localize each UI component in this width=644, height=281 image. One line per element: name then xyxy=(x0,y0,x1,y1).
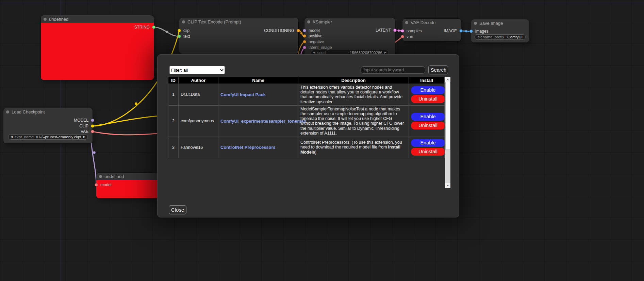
link-midpoint-dot xyxy=(166,31,168,33)
node-header[interactable]: Load Checkpoint xyxy=(3,108,93,116)
extensions-table: ID Author Name Description Install 1 Dr.… xyxy=(168,77,445,158)
widget-value: v1-5-pruned-emaonly.ckpt xyxy=(36,135,81,139)
slot-dot-icon xyxy=(401,29,404,33)
node-clip-text-encode[interactable]: CLIP Text Encode (Prompt) clip text COND… xyxy=(179,18,298,54)
collapse-dot-icon[interactable] xyxy=(6,110,9,113)
node-ksampler[interactable]: KSampler model positive negative latent_… xyxy=(304,18,395,56)
uninstall-button[interactable]: Uninstall xyxy=(411,95,445,103)
cell-author: Fannovel16 xyxy=(179,137,218,158)
enable-button[interactable]: Enable xyxy=(411,139,445,147)
output-slot-conditioning[interactable]: CONDITIONING xyxy=(264,28,300,33)
cell-id: 3 xyxy=(168,137,179,158)
enable-button[interactable]: Enable xyxy=(411,113,445,121)
output-slot-string[interactable]: STRING xyxy=(134,25,155,30)
enable-button[interactable]: Enable xyxy=(411,86,445,94)
slot-dot-icon xyxy=(297,29,300,32)
slot-dot-icon xyxy=(178,29,181,32)
input-slot-latent-image[interactable]: latent_image xyxy=(303,45,332,50)
output-slot-model[interactable]: MODEL xyxy=(74,118,94,123)
slot-label: samples xyxy=(407,29,422,33)
slot-dot-icon xyxy=(178,35,181,38)
node-save-image[interactable]: Save Image images filename_prefix ComfyU… xyxy=(471,19,529,42)
slot-label: negative xyxy=(309,39,324,44)
collapse-dot-icon[interactable] xyxy=(474,22,477,25)
slot-label: CONDITIONING xyxy=(264,28,294,33)
node-undefined-top[interactable]: undefined STRING xyxy=(41,15,154,80)
search-button[interactable]: Search xyxy=(428,65,448,74)
output-slot-vae[interactable]: VAE xyxy=(81,129,94,134)
node-header[interactable]: undefined xyxy=(41,15,154,23)
custom-nodes-manager-dialog: Filter: all Search ID Author Name Descri… xyxy=(157,54,459,217)
input-slot-vae[interactable]: vae xyxy=(401,34,413,39)
widget-label: ckpt_name xyxy=(15,135,34,139)
collapse-dot-icon[interactable] xyxy=(99,175,102,178)
slot-label: IMAGE xyxy=(444,29,457,33)
node-header[interactable]: KSampler xyxy=(304,18,395,25)
table-scrollbar[interactable]: ▲ ▼ xyxy=(445,77,450,188)
uninstall-button[interactable]: Uninstall xyxy=(411,148,445,156)
output-slot-image[interactable]: IMAGE xyxy=(444,29,463,33)
close-button[interactable]: Close xyxy=(169,205,186,214)
filename-prefix-widget[interactable]: filename_prefix ComfyUI xyxy=(475,34,526,40)
input-slot-text[interactable]: text xyxy=(178,34,190,39)
link-midpoint-dot xyxy=(398,30,400,32)
widget-label: filename_prefix xyxy=(478,35,504,39)
scrollbar-thumb[interactable] xyxy=(445,82,450,150)
node-title: Save Image xyxy=(479,21,503,26)
cell-id: 2 xyxy=(168,105,179,137)
output-slot-latent[interactable]: LATENT xyxy=(376,28,397,33)
input-slot-negative[interactable]: negative xyxy=(303,39,324,44)
cell-install: Enable Uninstall xyxy=(409,105,445,137)
node-title: KSampler xyxy=(313,19,332,24)
input-slot-positive[interactable]: positive xyxy=(303,34,323,38)
link-midpoint-dot xyxy=(135,102,137,105)
extension-link[interactable]: ComfyUI_experiments/sampler_tonemap xyxy=(220,119,306,124)
previous-arrow-icon[interactable]: ◀ xyxy=(11,134,13,140)
cell-description: ControlNet Preprocessors. (To use this e… xyxy=(298,137,409,158)
node-load-checkpoint[interactable]: Load Checkpoint MODEL CLIP VAE ◀ ckpt_na… xyxy=(3,108,93,143)
scroll-up-icon[interactable]: ▲ xyxy=(445,77,450,82)
node-title: Load Checkpoint xyxy=(12,109,45,115)
next-arrow-icon[interactable]: ▶ xyxy=(83,134,85,140)
cell-author: Dr.Lt.Data xyxy=(179,84,218,106)
input-slot-model[interactable]: model xyxy=(303,28,320,33)
input-slot-clip[interactable]: clip xyxy=(178,28,189,33)
node-vae-decode[interactable]: VAE Decode samples vae IMAGE xyxy=(402,19,461,41)
collapse-dot-icon[interactable] xyxy=(405,21,408,24)
search-input[interactable] xyxy=(361,66,425,74)
slot-label: positive xyxy=(309,34,323,38)
ckpt-name-widget[interactable]: ◀ ckpt_name v1-5-pruned-emaonly.ckpt ▶ xyxy=(8,134,88,140)
extension-row: 2 comfyanonymous ComfyUI_experiments/sam… xyxy=(168,105,445,137)
node-header[interactable]: Save Image xyxy=(471,19,529,27)
scroll-down-icon[interactable]: ▼ xyxy=(445,183,450,188)
slot-dot-icon xyxy=(459,29,463,33)
node-header[interactable]: VAE Decode xyxy=(402,19,461,26)
header-name: Name xyxy=(218,77,298,84)
node-graph-canvas[interactable]: undefined STRING CLIP Text Encode (Promp… xyxy=(0,0,644,281)
input-slot-samples[interactable]: samples xyxy=(401,29,422,33)
collapse-dot-icon[interactable] xyxy=(44,18,47,21)
table-header-row: ID Author Name Description Install xyxy=(168,77,445,84)
slot-dot-icon xyxy=(303,46,306,49)
node-title: VAE Decode xyxy=(411,20,435,25)
uninstall-button[interactable]: Uninstall xyxy=(411,122,445,129)
slot-label: vae xyxy=(407,34,413,39)
collapse-dot-icon[interactable] xyxy=(182,20,185,23)
slot-dot-icon xyxy=(303,34,306,38)
slot-label: images xyxy=(475,29,489,34)
extension-link[interactable]: ComfyUI Impact Pack xyxy=(220,92,266,97)
collapse-dot-icon[interactable] xyxy=(307,20,310,23)
filter-select[interactable]: Filter: all xyxy=(169,66,225,74)
output-slot-clip[interactable]: CLIP xyxy=(79,124,94,128)
extensions-table-body: 1 Dr.Lt.Data ComfyUI Impact Pack This ex… xyxy=(168,84,445,158)
input-slot-images[interactable]: images xyxy=(469,29,489,34)
node-header[interactable]: CLIP Text Encode (Prompt) xyxy=(179,18,298,25)
slot-dot-icon xyxy=(393,29,397,32)
slot-label: LATENT xyxy=(376,28,391,33)
slot-dot-icon xyxy=(91,130,94,133)
slot-dot-icon xyxy=(469,30,473,33)
extension-link[interactable]: ControlNet Preprocessors xyxy=(220,145,276,150)
input-slot-model[interactable]: model xyxy=(95,182,112,187)
cell-author: comfyanonymous xyxy=(179,105,218,137)
slot-label: latent_image xyxy=(309,45,332,50)
